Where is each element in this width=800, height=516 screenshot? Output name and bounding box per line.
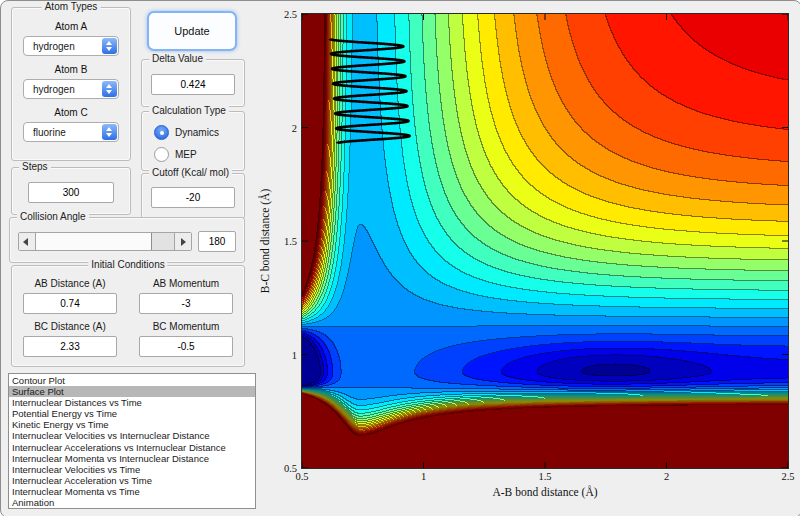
update-button[interactable]: Update <box>147 11 237 51</box>
radio-mep-label: MEP <box>175 149 197 160</box>
initial-conditions-title: Initial Conditions <box>88 259 167 270</box>
x-tick-label: 0.5 <box>295 471 308 482</box>
x-tick-label: 2.5 <box>781 471 794 482</box>
steps-panel: Steps <box>11 167 131 215</box>
x-tick-label: 2 <box>664 471 669 482</box>
cutoff-title: Cutoff (Kcal/ mol) <box>149 167 232 178</box>
delta-value-panel: Delta Value <box>141 59 245 107</box>
atom-b-value: hydrogen <box>33 84 75 95</box>
radio-dynamics-icon[interactable] <box>154 125 169 140</box>
plot-axes: A-B bond distance (Å) B-C bond distance … <box>301 13 789 469</box>
y-tick-label: 1 <box>292 349 297 360</box>
slider-thumb[interactable] <box>151 233 174 250</box>
atom-b-label: Atom B <box>55 64 88 75</box>
bc-momentum-field[interactable] <box>139 336 233 357</box>
cutoff-field[interactable] <box>151 187 235 208</box>
atom-a-dropdown[interactable]: hydrogen <box>23 36 119 56</box>
bc-distance-label: BC Distance (A) <box>34 321 106 332</box>
list-item[interactable]: Internuclear Momenta vs Time <box>9 486 255 497</box>
collision-angle-panel: Collision Angle <box>9 217 245 263</box>
collision-angle-slider[interactable] <box>18 232 192 251</box>
initial-conditions-panel: Initial Conditions AB Distance (A) AB Mo… <box>11 265 245 367</box>
list-item[interactable]: Animation <box>9 497 255 508</box>
x-tick-label: 1.5 <box>538 471 551 482</box>
ab-momentum-field[interactable] <box>139 293 233 314</box>
radio-dynamics-label: Dynamics <box>175 127 219 138</box>
plot-type-list: Contour PlotSurface PlotInternuclear Dis… <box>8 373 256 509</box>
calculation-type-title: Calculation Type <box>149 105 229 116</box>
delta-value-title: Delta Value <box>149 53 206 64</box>
list-item[interactable]: Contour Plot <box>9 375 255 386</box>
y-axis-label: B-C bond distance (Å) <box>259 189 271 293</box>
matlab-figure-window: Atom Types Atom A hydrogen Atom B hydrog… <box>0 0 800 516</box>
cutoff-panel: Cutoff (Kcal/ mol) <box>141 173 245 219</box>
slider-right-arrow-icon[interactable] <box>174 233 191 250</box>
y-tick-label: 2 <box>292 122 297 133</box>
slider-left-arrow-icon[interactable] <box>19 233 36 250</box>
list-item[interactable]: Surface Plot <box>9 386 255 397</box>
radio-mep-icon[interactable] <box>154 147 169 162</box>
delta-value-field[interactable] <box>151 74 235 95</box>
radio-mep[interactable]: MEP <box>154 147 244 162</box>
x-tick-label: 1 <box>421 471 426 482</box>
ab-distance-field[interactable] <box>23 293 117 314</box>
list-item[interactable]: Internuclear Momenta vs Internuclear Dis… <box>9 453 255 464</box>
list-item[interactable]: Potential Energy vs Time <box>9 408 255 419</box>
radio-dynamics[interactable]: Dynamics <box>154 125 244 140</box>
pes-contour-canvas <box>302 14 788 468</box>
y-tick-label: 1.5 <box>284 236 297 247</box>
dropdown-arrows-icon <box>102 38 117 54</box>
calculation-type-panel: Calculation Type Dynamics MEP <box>141 111 245 171</box>
list-item[interactable]: Internuclear Accelerations vs Internucle… <box>9 442 255 453</box>
atom-types-panel: Atom Types Atom A hydrogen Atom B hydrog… <box>11 7 131 161</box>
list-item[interactable]: Kinetic Energy vs Time <box>9 419 255 430</box>
bc-momentum-label: BC Momentum <box>153 321 220 332</box>
bc-distance-field[interactable] <box>23 336 117 357</box>
list-item[interactable]: Internuclear Distances vs Time <box>9 397 255 408</box>
atom-types-title: Atom Types <box>42 1 101 12</box>
dropdown-arrows-icon <box>102 81 117 97</box>
ab-distance-label: AB Distance (A) <box>34 278 105 289</box>
ab-momentum-label: AB Momentum <box>153 278 219 289</box>
atom-c-dropdown[interactable]: fluorine <box>23 122 119 142</box>
list-item[interactable]: Internuclear Velocities vs Internuclear … <box>9 430 255 441</box>
atom-b-dropdown[interactable]: hydrogen <box>23 79 119 99</box>
list-item[interactable]: Internuclear Velocities vs Time <box>9 464 255 475</box>
atom-c-label: Atom C <box>54 107 87 118</box>
y-tick-label: 2.5 <box>284 9 297 20</box>
atom-a-label: Atom A <box>55 21 87 32</box>
dropdown-arrows-icon <box>102 124 117 140</box>
list-item[interactable]: Internuclear Acceleration vs Time <box>9 475 255 486</box>
steps-field[interactable] <box>28 182 114 203</box>
steps-title: Steps <box>19 161 51 172</box>
atom-c-value: fluorine <box>33 127 66 138</box>
y-tick-label: 0.5 <box>284 463 297 474</box>
collision-angle-title: Collision Angle <box>17 211 89 222</box>
collision-angle-field[interactable] <box>198 231 236 252</box>
x-axis-label: A-B bond distance (Å) <box>302 486 788 498</box>
atom-a-value: hydrogen <box>33 41 75 52</box>
